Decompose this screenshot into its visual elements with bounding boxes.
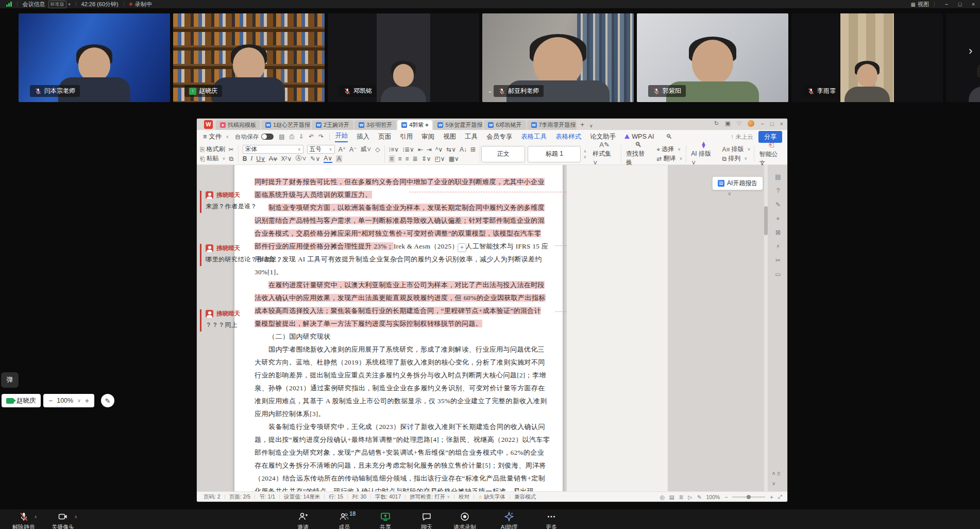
unmute-button[interactable]: ∧ 解除静音 xyxy=(5,511,42,529)
account-avatar[interactable] xyxy=(748,120,754,127)
participant-video-active-speaker[interactable]: ↑赵晓庆 xyxy=(173,13,325,102)
superscript-button[interactable]: X²∨ xyxy=(281,155,292,162)
request-record-button[interactable]: 请求录制 xyxy=(446,511,483,529)
bullet-list-button[interactable]: ⁝≡∨ xyxy=(389,146,399,153)
menu-paper-assistant[interactable]: 论文助手 xyxy=(590,133,616,141)
wps-close-button[interactable]: × xyxy=(780,121,783,127)
favorite-heart-icon[interactable]: ♡ xyxy=(737,120,742,127)
status-item[interactable]: 设置值: 14厘米 xyxy=(284,493,320,501)
font-name-select[interactable]: 宋体∨ xyxy=(243,145,303,154)
status-item[interactable]: 列: 30 xyxy=(352,493,366,501)
annotate-button[interactable]: ✎ xyxy=(101,394,114,407)
edit-pen-icon[interactable]: ✎ xyxy=(775,201,781,208)
style-heading1-button[interactable]: 标题 1 xyxy=(528,146,581,162)
cut-icon[interactable]: ✂ xyxy=(229,146,234,153)
document-text[interactable]: 同时提升了财务报告可比性，但在多履约义务合同中增加了企业的职业判断难度，尤其中小… xyxy=(255,175,560,491)
ai-report-button[interactable]: ▤AI开题报告 xyxy=(712,176,763,190)
borders-icon[interactable]: ▦∨ xyxy=(449,155,459,162)
numbered-list-button[interactable]: ⁝≣∨ xyxy=(402,146,414,153)
smart-official-doc-button[interactable]: ⎗智能公文 xyxy=(755,143,787,164)
eye-icon[interactable]: ◎ xyxy=(660,494,665,500)
camera-device-chevron-icon[interactable]: ∧ xyxy=(74,515,77,519)
status-item[interactable]: 兼容模式 xyxy=(514,493,536,501)
document-tab[interactable]: W3谷明哲开 xyxy=(354,120,396,130)
select-button[interactable]: ⌖选择∨ xyxy=(656,145,681,154)
underline-button[interactable]: U∨ xyxy=(256,155,265,162)
camera-off-button[interactable]: ∧ 关摄像头 xyxy=(44,511,81,529)
menu-tools[interactable]: 工具 xyxy=(465,133,478,141)
char-scale-icon[interactable]: ᴬ∨ xyxy=(435,146,443,153)
arrange-button[interactable]: ⧉排列∨ xyxy=(722,154,747,163)
wps-restore-button[interactable]: □ xyxy=(770,121,774,127)
document-canvas[interactable]: 同时提升了财务报告可比性，但在多履约义务合同中增加了企业的职业判断难度，尤其中小… xyxy=(197,165,787,491)
ai-assistant-button[interactable]: AI助理 xyxy=(491,511,528,529)
comment-card[interactable]: 拂晓晴天 哪里的研究结论？作者呢？ xyxy=(200,244,294,266)
document-tab[interactable]: ●找稿宛模板 xyxy=(216,120,260,130)
italic-button[interactable]: I xyxy=(250,155,252,162)
bookmark-icon[interactable]: ⊠ xyxy=(775,229,781,236)
chat-button[interactable]: 聊天 xyxy=(408,511,445,529)
help-icon[interactable]: ? xyxy=(776,187,780,194)
insert-plus-button[interactable]: + xyxy=(458,243,466,252)
share-screen-button[interactable]: 共享 xyxy=(367,511,404,529)
status-item[interactable]: 页面: 2/5 xyxy=(229,493,250,501)
status-item[interactable]: 校对 xyxy=(459,493,469,501)
zoom-slider[interactable] xyxy=(732,497,765,498)
panel-icon[interactable]: ▤ xyxy=(775,173,781,180)
more-button[interactable]: 更多 xyxy=(533,511,570,529)
search-icon[interactable]: 🔍︎ xyxy=(666,133,672,140)
collapse-strip-chevron-icon[interactable]: ⌃ xyxy=(482,91,498,98)
menu-reference[interactable]: 引用 xyxy=(400,133,413,141)
select-cursor-icon[interactable]: ⌖ xyxy=(776,215,780,222)
zoom-out-button[interactable]: − xyxy=(48,396,53,405)
view-zoom-control[interactable]: − 100% ∨ + xyxy=(43,394,94,407)
meeting-info-button[interactable]: 会议信息 xyxy=(23,1,45,8)
comment-card[interactable]: 拂晓晴天 来源？作者是谁？ xyxy=(200,191,294,213)
pen-mode-icon[interactable]: ✎ xyxy=(697,494,702,500)
members-button[interactable]: 18 成员 xyxy=(326,511,363,529)
file-menu[interactable]: ≡文件∨ xyxy=(203,133,229,141)
ai-layout-button[interactable]: ⧫AI 排版∨ xyxy=(687,143,719,164)
zoom-out-icon[interactable]: − xyxy=(724,494,728,500)
show-marks-icon[interactable]: ⊞ xyxy=(470,146,476,153)
layout-icon[interactable]: ▣ xyxy=(725,120,730,127)
strikethrough-button[interactable]: A∨ xyxy=(269,155,278,162)
danmaku-button[interactable]: 弹 xyxy=(1,372,19,388)
zoom-in-button[interactable]: + xyxy=(85,396,89,405)
highlight-color-button[interactable]: ✎∨ xyxy=(310,155,320,162)
font-color-button[interactable]: A∨ xyxy=(324,155,332,163)
menu-table-style[interactable]: 表格样式 xyxy=(555,133,581,141)
participant-video[interactable]: 郭紫阳 xyxy=(637,13,788,102)
clip-icon[interactable]: ✂ xyxy=(775,257,781,264)
scroll-participants-right-icon[interactable]: › xyxy=(969,44,972,58)
text-effect-button[interactable]: Ⓐ∨ xyxy=(295,154,307,163)
menu-insert[interactable]: 插入 xyxy=(357,133,369,141)
format-painter-button[interactable]: ⎘格式刷 xyxy=(200,145,225,154)
multi-page-icon[interactable]: ≣ xyxy=(679,494,684,500)
chevron-down-icon[interactable]: ▾ xyxy=(69,2,71,7)
previous-page-icon[interactable]: ∧ 主 xyxy=(772,470,781,476)
save-icon[interactable]: ▤ xyxy=(279,133,284,140)
status-item[interactable]: 字数: 4017 xyxy=(375,493,401,501)
mic-device-chevron-icon[interactable]: ∧ xyxy=(34,515,37,519)
close-button[interactable]: × xyxy=(967,1,980,7)
status-item[interactable]: ⚠缺失字体 xyxy=(478,493,505,501)
comment-card[interactable]: 拂晓晴天 ？？？同上 xyxy=(200,309,294,332)
document-tab-active[interactable]: W4郭紫 xyxy=(397,120,432,130)
invite-button[interactable]: 邀请 xyxy=(284,511,322,529)
document-tab[interactable]: W6邓凯铭开 xyxy=(484,120,526,130)
participant-video[interactable]: 邓凯铭 xyxy=(328,13,479,102)
status-item[interactable]: 页码: 2 xyxy=(204,493,221,501)
style-set-button[interactable]: A✎样式集∨ xyxy=(589,143,620,164)
document-tab[interactable]: W7李雨霏开题报 xyxy=(527,120,577,130)
shading-icon[interactable]: ◰∨ xyxy=(435,155,445,162)
quick-tools-icon[interactable]: ⚡︎ xyxy=(776,243,780,250)
menu-home[interactable]: 开始 xyxy=(335,131,348,142)
participant-video-partial[interactable] xyxy=(946,13,980,102)
align-center-icon[interactable]: ≡ xyxy=(398,155,402,162)
play-icon[interactable]: ▷ xyxy=(688,494,692,500)
phonetic-icon[interactable]: 威∨ xyxy=(360,145,371,154)
zoom-in-icon[interactable]: + xyxy=(770,494,773,500)
menu-view[interactable]: 视图 xyxy=(443,133,456,141)
align-left-icon[interactable]: ≡ xyxy=(389,155,395,162)
